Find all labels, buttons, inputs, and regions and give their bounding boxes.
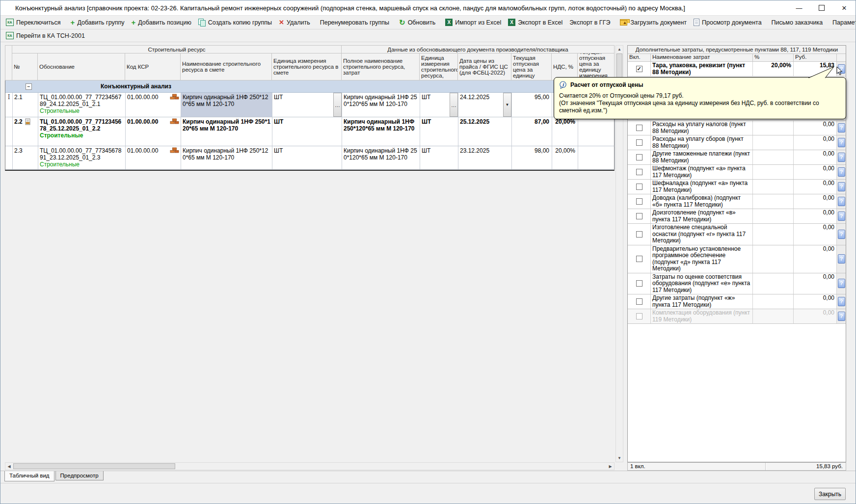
column-header-included[interactable]: Вкл.	[628, 54, 651, 61]
cell-price-date[interactable]: 24.12.2025 ▼	[458, 93, 512, 117]
checkbox-unchecked[interactable]	[636, 313, 642, 319]
cost-row[interactable]: Расходы на уплату налогов (пункт 88 Мето…	[628, 121, 846, 135]
calculation-help-button[interactable]: ?	[838, 197, 845, 206]
close-button[interactable]: ✕	[833, 0, 856, 15]
maximize-button[interactable]	[810, 0, 833, 15]
column-header-vat[interactable]: НДС, %	[552, 53, 578, 80]
cell-price2[interactable]	[578, 146, 615, 169]
cost-name[interactable]: Шефмонтаж (подпункт «а» пункта 117 Метод…	[651, 165, 753, 179]
cost-rub[interactable]: 0,00	[794, 180, 837, 194]
cell-unit[interactable]: ШТ …	[272, 93, 342, 117]
cell-unit2[interactable]: ШТ	[420, 146, 458, 169]
cell-full-name[interactable]: Кирпич одинарный 1НФ 250*120*65 мм М 120…	[342, 146, 420, 169]
cost-row[interactable]: Шефмонтаж (подпункт «а» пункта 117 Метод…	[628, 165, 846, 180]
cell-name[interactable]: Кирпич одинарный 1НФ 250*120*65 мм М 120…	[181, 93, 272, 117]
cost-percent[interactable]	[753, 150, 794, 164]
column-header-basis[interactable]: Обоснование	[38, 53, 125, 80]
scroll-down-icon[interactable]: ▼	[616, 454, 623, 462]
cost-row[interactable]: Затраты по оценке соответствия оборудова…	[628, 273, 846, 295]
calculation-help-button[interactable]: ?	[838, 212, 845, 221]
checkbox-unchecked[interactable]	[636, 169, 642, 175]
parameters-button[interactable]: Параметры	[829, 18, 856, 27]
cell-ksr[interactable]: 01.00.00.00	[126, 146, 181, 169]
scroll-up-icon[interactable]: ▲	[616, 46, 623, 53]
table-row[interactable]: 2.2 ТЦ_01.00.00.00_77_7712345678_25.12.2…	[5, 117, 614, 146]
cost-name[interactable]: Расходы на уплату налогов (пункт 88 Мето…	[651, 121, 753, 135]
add-group-button[interactable]: + Добавить группу	[67, 17, 128, 27]
horizontal-scroll-thumb[interactable]	[13, 463, 175, 469]
cost-name[interactable]: Комплектация оборудования (пункт 119 Мет…	[651, 309, 753, 323]
checkbox-unchecked[interactable]	[636, 139, 642, 146]
cost-percent[interactable]	[753, 294, 794, 309]
cost-name[interactable]: Другие таможенные платежи (пункт 88 Мето…	[651, 150, 753, 164]
cost-percent[interactable]	[753, 209, 794, 223]
calculation-help-button[interactable]: ?	[838, 182, 845, 191]
column-header-ksr[interactable]: Код КСР	[125, 53, 181, 80]
column-header-percent[interactable]: %	[753, 54, 794, 61]
cost-percent[interactable]	[753, 135, 794, 150]
cell-full-name[interactable]: Кирпич одинарный 1НФ 250*120*65 мм М 120…	[342, 117, 420, 146]
cost-row[interactable]: Предварительно установленное программное…	[628, 245, 846, 273]
cost-name[interactable]: Доизготовление (подпункт «в» пункта 117 …	[651, 209, 753, 223]
calculation-help-button[interactable]: ?	[838, 167, 845, 177]
switch-button[interactable]: КА Переключиться	[2, 17, 64, 27]
cell-name[interactable]: Кирпич одинарный 1НФ 250*120*65 мм М 120…	[181, 117, 272, 146]
checkbox-unchecked[interactable]	[636, 213, 642, 219]
checkbox-checked[interactable]: ✓	[636, 66, 642, 72]
checkbox-unchecked[interactable]	[636, 256, 642, 262]
export-excel-button[interactable]: X Экспорт в Excel	[505, 17, 566, 27]
cost-row[interactable]: Шефналадка (подпункт «а» пункта 117 Мето…	[628, 180, 846, 194]
cost-row[interactable]: Другие затраты (подпункт «ж» пункта 117 …	[628, 294, 846, 309]
cell-num[interactable]: 2.2	[13, 117, 38, 146]
minimize-button[interactable]: —	[788, 0, 810, 15]
cost-percent[interactable]	[753, 309, 794, 323]
checkbox-unchecked[interactable]	[636, 231, 642, 238]
tab-table-view[interactable]: Табличный вид	[4, 471, 54, 481]
cost-percent[interactable]	[753, 165, 794, 179]
cost-name[interactable]: Затраты по оценке соответствия оборудова…	[651, 273, 753, 294]
cost-rub[interactable]: 0,00	[794, 245, 837, 273]
group-row[interactable]: − Конъюнктурный анализ	[5, 80, 614, 93]
goto-ka-tsn-button[interactable]: КА Перейти в КА ТСН-2001	[2, 30, 88, 41]
cost-rub[interactable]: 0,00	[794, 165, 837, 179]
cost-percent[interactable]	[753, 273, 794, 294]
table-row[interactable]: I 2.1 ТЦ_01.00.00.00_77_7723456789_24.12…	[5, 93, 614, 117]
cost-percent[interactable]	[753, 180, 794, 194]
cell-name[interactable]: Кирпич одинарный 1НФ 250*120*65 мм М 120…	[181, 146, 272, 169]
cell-price[interactable]: 98,00	[512, 146, 552, 169]
renumber-groups-button[interactable]: Перенумеровать группы	[317, 18, 393, 27]
calculation-help-button[interactable]: ?	[838, 123, 845, 133]
cost-row[interactable]: Другие таможенные платежи (пункт 88 Мето…	[628, 150, 846, 165]
cost-rub[interactable]: 0,00	[794, 309, 837, 323]
cost-rub[interactable]: 0,00	[794, 209, 837, 223]
cell-unit2[interactable]: ШТ	[420, 117, 458, 146]
import-excel-button[interactable]: X Импорт из Excel	[442, 17, 505, 27]
calculation-help-button[interactable]: ?	[838, 153, 845, 162]
calculation-help-button[interactable]: ?	[838, 138, 845, 147]
refresh-button[interactable]: ↻ Обновить	[396, 17, 439, 27]
cost-rub[interactable]: 0,00	[794, 194, 837, 209]
column-header-name[interactable]: Наименование строительного ресурса в сме…	[181, 53, 272, 80]
cell-price-date[interactable]: 25.12.2025	[458, 117, 512, 146]
column-header-cost-name[interactable]: Наименование затрат	[651, 54, 753, 61]
checkbox-unchecked[interactable]	[636, 154, 642, 160]
cell-price2[interactable]	[578, 117, 615, 146]
cell-price[interactable]: 95,00	[512, 93, 552, 117]
cell-num[interactable]: 2.1	[13, 93, 38, 117]
delete-button[interactable]: ✕ Удалить	[275, 18, 314, 27]
cell-vat[interactable]: 20,00%	[552, 117, 578, 146]
cost-percent[interactable]	[753, 194, 794, 209]
collapse-group-icon[interactable]: −	[26, 83, 32, 90]
grid-horizontal-scrollbar[interactable]: ◀ ▶	[5, 462, 615, 470]
cost-name[interactable]: Другие затраты (подпункт «ж» пункта 117 …	[651, 294, 753, 309]
cost-rub[interactable]: 0,00	[794, 273, 837, 294]
ellipsis-button[interactable]: …	[333, 93, 342, 117]
cell-vat[interactable]: 20,00%	[552, 146, 578, 169]
cost-name[interactable]: Расходы на уплату сборов (пункт 88 Метод…	[651, 135, 753, 150]
export-gge-button[interactable]: Экспорт в ГГЭ	[566, 18, 614, 27]
cost-rub[interactable]: 0,00	[794, 294, 837, 309]
cost-row[interactable]: Доизготовление (подпункт «в» пункта 117 …	[628, 209, 846, 224]
cost-name[interactable]: Шефналадка (подпункт «а» пункта 117 Мето…	[651, 180, 753, 194]
close-dialog-button[interactable]: Закрыть	[814, 488, 846, 500]
tab-preview[interactable]: Предпросмотр	[55, 471, 104, 480]
